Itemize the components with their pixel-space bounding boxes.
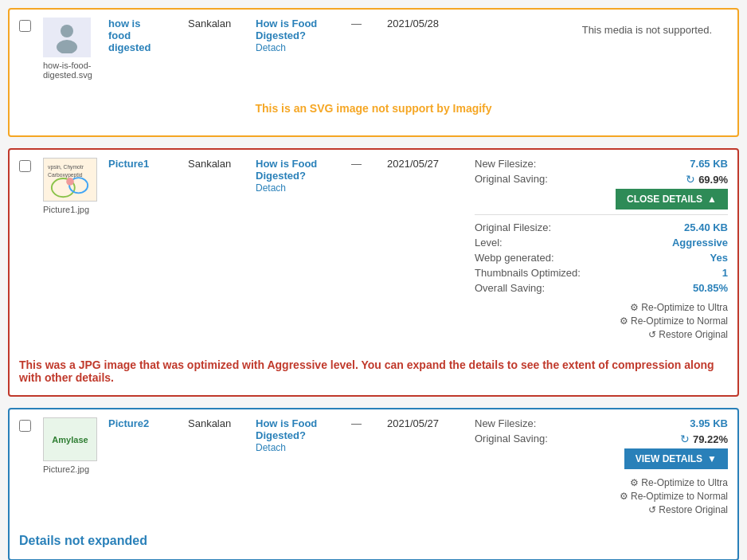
orig-filesize-value: 25.40 KB: [684, 221, 728, 233]
checkbox-col-2: [19, 158, 35, 174]
card1-post-link[interactable]: How is Food Digested?: [256, 18, 343, 41]
card1-not-supported: This media is not supported.: [475, 18, 728, 42]
reoptimize-ultra-link-3[interactable]: Re-Optimize to Ultra: [475, 477, 728, 488]
view-details-button[interactable]: VIEW DETAILS ▼: [624, 448, 728, 469]
date-col-1: 2021/05/28: [387, 18, 467, 29]
card2-checkbox[interactable]: [19, 160, 31, 172]
level-value: Aggressive: [672, 237, 728, 249]
card3-post-link[interactable]: How is Food Digested?: [256, 417, 343, 441]
card2-body-message: This was a JPG image that was optimized …: [19, 358, 728, 384]
post-col-1: How is Food Digested? Detach: [256, 18, 343, 53]
stats-col-1: This media is not supported.: [475, 18, 728, 42]
svg-point-7: [66, 178, 74, 186]
stats-col-2: New Filesize: 7.65 KB Original Saving: ↻…: [475, 158, 728, 343]
checkbox-col-1: [19, 18, 35, 34]
card1-title-line2: food: [108, 29, 131, 41]
author-col-3: Sankalan: [188, 417, 248, 429]
new-filesize-value: 7.65 KB: [690, 158, 728, 170]
original-saving-row: Original Saving: ↻ 69.9%: [475, 173, 728, 186]
restore-original-link-3[interactable]: Restore Original: [475, 504, 728, 515]
card3-body: Details not expanded: [10, 526, 737, 559]
date-col-3: 2021/05/27: [387, 417, 467, 429]
action-links-3: Re-Optimize to Ultra Re-Optimize to Norm…: [475, 477, 728, 515]
card3-body-message: Details not expanded: [19, 534, 728, 548]
new-filesize-label: New Filesize:: [475, 158, 536, 170]
card1-thumbnail: [43, 18, 91, 57]
card3-date: 2021/05/27: [387, 417, 439, 429]
original-saving-label: Original Saving:: [475, 173, 548, 186]
card1-svg-notice: This is an SVG image not support by Imag…: [19, 96, 728, 124]
card1-detach-link[interactable]: Detach: [256, 42, 286, 53]
title-col-3: Picture2: [108, 417, 180, 429]
card1-checkbox[interactable]: [19, 20, 31, 32]
webp-value: Yes: [710, 252, 728, 264]
svg-text:vpsin, Chymotr: vpsin, Chymotr: [48, 164, 84, 170]
card3-author: Sankalan: [188, 417, 231, 429]
overall-row: Overall Saving: 50.85%: [475, 282, 728, 294]
card2-body: This was a JPG image that was optimized …: [10, 350, 737, 395]
protein-svg: vpsin, Chymotr Carboxypeptid: [43, 159, 97, 201]
card3-thumbnail: Amylase: [43, 417, 97, 461]
overall-value: 50.85%: [693, 282, 728, 294]
post-col-2: How is Food Digested? Detach: [256, 158, 343, 194]
level-row: Level: Aggressive: [475, 237, 728, 249]
title-col-1: how is food digested: [108, 18, 180, 53]
card3-title-name: Picture2: [108, 417, 180, 429]
author-col-1: Sankalan: [188, 18, 248, 29]
reoptimize-ultra-link-2[interactable]: Re-Optimize to Ultra: [475, 302, 728, 313]
amylase-label: Amylase: [52, 435, 88, 444]
stats-col-3: New Filesize: 3.95 KB Original Saving: ↻…: [475, 417, 728, 518]
expanded-details-panel: Original Filesize: 25.40 KB Level: Aggre…: [475, 214, 728, 294]
thumb-col-1: how-is-food-digested.svg: [43, 18, 100, 80]
reoptimize-normal-link-3[interactable]: Re-Optimize to Normal: [475, 491, 728, 502]
saving-pct-value: 69.9%: [698, 174, 728, 186]
card-main-row-1: how-is-food-digested.svg how is food dig…: [10, 10, 737, 88]
thumbnails-label: Thumbnails Optimized:: [475, 267, 581, 279]
card1-author: Sankalan: [188, 18, 231, 29]
new-filesize-value-3: 3.95 KB: [690, 417, 728, 429]
person-svg-icon: [51, 22, 83, 53]
thumbnails-row: Thumbnails Optimized: 1: [475, 267, 728, 279]
original-saving-value: ↻ 69.9%: [686, 173, 728, 186]
card-main-row-3: Amylase Picture2.jpg Picture2 Sankalan H…: [10, 409, 737, 526]
original-saving-value-3: ↻ 79.22%: [680, 433, 728, 445]
thumb-col-2: vpsin, Chymotr Carboxypeptid Picture1.jp…: [43, 158, 100, 214]
restore-original-link-2[interactable]: Restore Original: [475, 329, 728, 340]
svg-point-0: [61, 25, 73, 37]
new-filesize-label-3: New Filesize:: [475, 417, 536, 429]
card3-detach-link[interactable]: Detach: [256, 442, 286, 453]
webp-row: Webp generated: Yes: [475, 252, 728, 264]
thumbnails-value: 1: [722, 267, 728, 279]
overall-label: Overall Saving:: [475, 282, 545, 294]
orig-filesize-label: Original Filesize:: [475, 221, 551, 233]
svg-point-1: [57, 40, 77, 53]
original-saving-label-3: Original Saving:: [475, 433, 548, 445]
card2-filename: Picture1.jpg: [43, 205, 100, 214]
webp-label: Webp generated:: [475, 252, 554, 264]
chevron-down-icon: ▼: [707, 453, 717, 464]
card1-filename: how-is-food-digested.svg: [43, 61, 100, 80]
new-filesize-row: New Filesize: 7.65 KB: [475, 158, 728, 170]
thumb-col-3: Amylase Picture2.jpg: [43, 417, 100, 474]
card2-author: Sankalan: [188, 158, 231, 170]
new-filesize-row-3: New Filesize: 3.95 KB: [475, 417, 728, 429]
card3-checkbox[interactable]: [19, 420, 31, 432]
saving-spinner-icon-3: ↻: [680, 433, 690, 445]
close-details-button[interactable]: CLOSE DETAILS ▲: [616, 189, 728, 210]
card2-thumbnail: vpsin, Chymotr Carboxypeptid: [43, 158, 97, 202]
card1-date: 2021/05/28: [387, 18, 439, 29]
card-picture2: Amylase Picture2.jpg Picture2 Sankalan H…: [8, 408, 739, 560]
reoptimize-normal-link-2[interactable]: Re-Optimize to Normal: [475, 315, 728, 327]
dash-col-1: —: [351, 18, 379, 29]
author-col-2: Sankalan: [188, 158, 248, 170]
level-label: Level:: [475, 237, 503, 249]
checkbox-col-3: [19, 417, 35, 434]
card-jpg-optimized: vpsin, Chymotr Carboxypeptid Picture1.jp…: [8, 148, 739, 397]
card2-post-link[interactable]: How is Food Digested?: [256, 158, 343, 182]
post-col-3: How is Food Digested? Detach: [256, 417, 343, 453]
card2-detach-link[interactable]: Detach: [256, 182, 286, 194]
card1-title-line3: digested: [108, 41, 151, 53]
card-main-row-2: vpsin, Chymotr Carboxypeptid Picture1.jp…: [10, 150, 737, 350]
saving-spinner-icon: ↻: [686, 173, 695, 186]
card-svg-image: how-is-food-digested.svg how is food dig…: [8, 8, 739, 137]
